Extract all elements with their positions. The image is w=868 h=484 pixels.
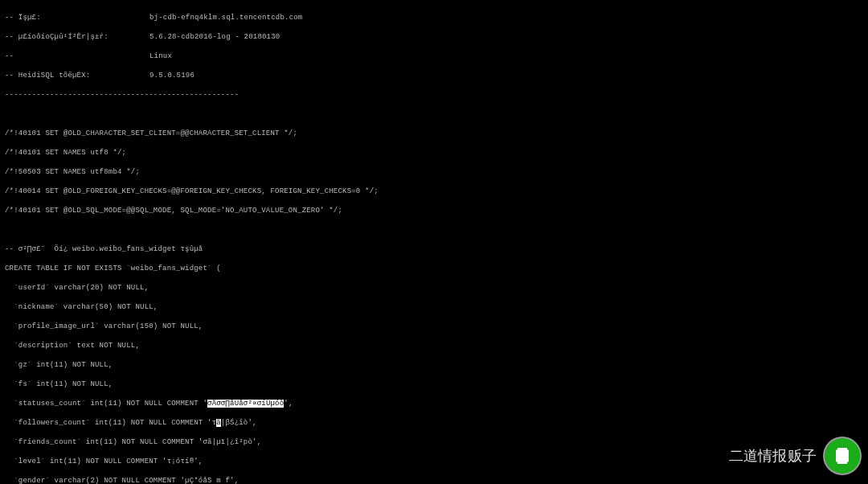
col-gz: `gz` int(11) NOT NULL, <box>5 360 863 370</box>
col-followers-count: `followers_count` int(11) NOT NULL COMME… <box>5 418 863 428</box>
create-comment: -- σ²∏σ£¨ Öí¿ weibo.weibo_fans_widget τş… <box>5 244 863 254</box>
col-fs: `fs` int(11) NOT NULL, <box>5 379 863 389</box>
hdr-server-val: 5.6.28-cdb2016-log - 20180130 <box>149 33 280 41</box>
col-nickname: `nickname` varchar(50) NOT NULL, <box>5 302 863 312</box>
col-statuses-count: `statuses_count` int(11) NOT NULL COMMEN… <box>5 399 863 408</box>
watermark-text: 二道情报贩子 <box>729 451 817 461</box>
set-stmt: /*!40101 SET @OLD_CHARACTER_SET_CLIENT=@… <box>5 129 863 138</box>
col-profile-img: `profile_image_url` varchar(150) NOT NUL… <box>5 322 863 331</box>
hdr-tool-val: 9.5.0.5196 <box>149 72 194 80</box>
set-stmt: /*!40101 SET @OLD_SQL_MODE=@@SQL_MODE, S… <box>5 206 863 215</box>
hdr-host-val: bj-cdb-efnq4klm.sql.tencentcdb.com <box>149 14 302 22</box>
col-description: `description` text NOT NULL, <box>5 341 863 351</box>
hdr-os-key: -- <box>5 51 149 61</box>
hdr-server-key: -- µ£íoôíoÇµû¹Í²Êr|ş±ŕ: <box>5 32 149 42</box>
sql-dump-terminal: -- Ïşµ£:bj-cdb-efnq4klm.sql.tencentcdb.c… <box>0 0 868 484</box>
col-userId: `userId` varchar(20) NOT NULL, <box>5 283 863 293</box>
wechat-avatar-icon <box>825 438 860 474</box>
wechat-watermark: 二道情报贩子 <box>675 428 868 484</box>
set-stmt: /*!40014 SET @OLD_FOREIGN_KEY_CHECKS=@@F… <box>5 187 863 196</box>
hdr-host-key: -- Ïşµ£: <box>5 13 149 23</box>
header-divider: ----------------------------------------… <box>5 90 863 100</box>
create-open: CREATE TABLE IF NOT EXISTS `weibo_fans_w… <box>5 264 863 273</box>
text-selection[interactable]: σÅσσ∏åÜåσ²∝σíÚµóò <box>207 400 284 408</box>
set-stmt: /*!40101 SET NAMES utf8 */; <box>5 148 863 158</box>
set-stmt: /*!50503 SET NAMES utf8mb4 */; <box>5 167 863 177</box>
hdr-tool-key: -- HeidiSQL tõëµÉX: <box>5 71 149 80</box>
hdr-os-val: Linux <box>149 52 172 60</box>
